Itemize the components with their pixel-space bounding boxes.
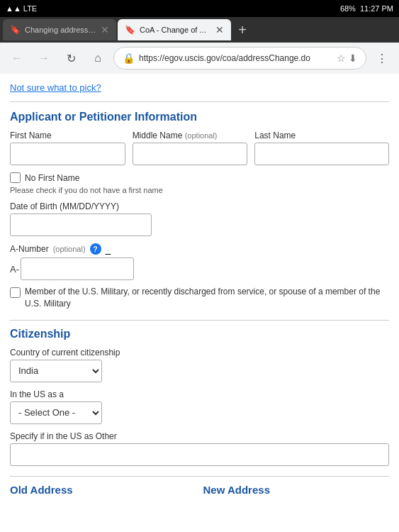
a-number-optional: (optional): [53, 245, 86, 253]
tab-changing-address[interactable]: 🔖 Changing address - IR-1 / CR... ✕: [3, 19, 116, 40]
tab2-icon: 🔖: [125, 25, 135, 35]
no-first-name-label: No First Name: [25, 173, 79, 183]
signal-indicator: ▲▲ LTE: [6, 4, 37, 13]
a-number-underscore: _: [106, 243, 111, 255]
forward-button[interactable]: →: [33, 47, 55, 70]
in-us-as-label: In the US as a: [10, 389, 389, 399]
address-sections: Old Address New Address: [10, 484, 389, 500]
refresh-button[interactable]: ↻: [60, 47, 82, 70]
new-address-title: New Address: [203, 484, 390, 496]
citizenship-divider: [10, 320, 389, 321]
nav-bar: ← → ↻ ⌂ 🔒 https://egov.uscis.gov/coa/add…: [0, 43, 399, 74]
specify-label: Specify if in the US as Other: [10, 431, 389, 441]
country-label: Country of current citizenship: [10, 348, 389, 358]
first-name-group: First Name: [10, 131, 125, 165]
specify-group: Specify if in the US as Other: [10, 431, 389, 466]
no-first-name-checkbox[interactable]: [10, 172, 21, 183]
battery-indicator: 68%: [340, 4, 356, 13]
middle-name-input[interactable]: [133, 143, 248, 165]
new-tab-button[interactable]: +: [232, 20, 252, 40]
citizenship-section-title: Citizenship: [10, 328, 389, 340]
address-bar[interactable]: 🔒 https://egov.uscis.gov/coa/addressChan…: [113, 47, 366, 70]
specify-input[interactable]: [10, 443, 389, 466]
first-name-input[interactable]: [10, 143, 125, 165]
middle-name-group: Middle Name (optional): [133, 131, 248, 165]
status-bar: ▲▲ LTE 68% 11:27 PM: [0, 0, 399, 17]
in-us-as-select[interactable]: - Select One - Citizen Permanent Residen…: [10, 401, 102, 424]
home-button[interactable]: ⌂: [86, 47, 109, 70]
name-row: First Name Middle Name (optional) Last N…: [10, 131, 389, 165]
a-number-input-row: A-: [10, 257, 389, 280]
old-address-title: Old Address: [10, 484, 196, 496]
tabs-bar: 🔖 Changing address - IR-1 / CR... ✕ 🔖 Co…: [0, 17, 399, 43]
back-button[interactable]: ←: [6, 47, 28, 70]
time-display: 11:27 PM: [360, 4, 393, 13]
dob-input[interactable]: [10, 214, 152, 236]
no-first-name-helper: Please check if you do not have a first …: [10, 186, 389, 194]
in-us-as-group: In the US as a - Select One - Citizen Pe…: [10, 389, 389, 424]
address-divider: [10, 476, 389, 477]
not-sure-link[interactable]: Not sure what to pick?: [10, 74, 389, 99]
a-number-label: A-Number: [10, 244, 49, 254]
last-name-input[interactable]: [254, 143, 389, 165]
country-select[interactable]: India United States Other: [10, 360, 102, 382]
tab1-icon: 🔖: [10, 25, 21, 35]
dob-label: Date of Birth (MM/DD/YYYY): [10, 201, 389, 211]
middle-name-label: Middle Name (optional): [133, 131, 248, 140]
a-number-help-icon[interactable]: ?: [90, 243, 101, 255]
military-checkbox[interactable]: [10, 287, 21, 298]
page-content: Not sure what to pick? Applicant or Peti…: [0, 74, 399, 500]
menu-button[interactable]: ⋮: [371, 47, 393, 70]
military-row: Member of the U.S. Military, or recently…: [10, 286, 389, 310]
military-label: Member of the U.S. Military, or recently…: [25, 286, 389, 310]
first-name-label: First Name: [10, 131, 125, 140]
bookmark-icon[interactable]: ☆: [337, 52, 346, 64]
country-group: Country of current citizenship India Uni…: [10, 348, 389, 382]
download-icon[interactable]: ⬇: [349, 52, 357, 64]
dob-group: Date of Birth (MM/DD/YYYY): [10, 201, 389, 236]
tab1-close[interactable]: ✕: [101, 24, 109, 35]
tab1-label: Changing address - IR-1 / CR...: [25, 26, 96, 34]
tab2-close[interactable]: ✕: [215, 24, 224, 35]
top-divider: [10, 101, 389, 102]
new-address-section: New Address: [203, 484, 390, 500]
url-text: https://egov.uscis.gov/coa/addressChange…: [139, 53, 332, 63]
tab-coa[interactable]: 🔖 CoA - Change of Address ✕: [118, 19, 231, 40]
old-address-section: Old Address: [10, 484, 196, 500]
a-number-input[interactable]: [21, 257, 134, 280]
last-name-group: Last Name: [254, 131, 389, 165]
last-name-label: Last Name: [254, 131, 389, 140]
lock-icon: 🔒: [123, 52, 135, 64]
tab2-label: CoA - Change of Address: [140, 26, 211, 34]
a-number-label-row: A-Number (optional) ? _: [10, 243, 389, 255]
no-first-name-row: No First Name: [10, 172, 389, 183]
applicant-section-title: Applicant or Petitioner Information: [10, 111, 389, 123]
a-prefix-label: A-: [10, 264, 19, 275]
